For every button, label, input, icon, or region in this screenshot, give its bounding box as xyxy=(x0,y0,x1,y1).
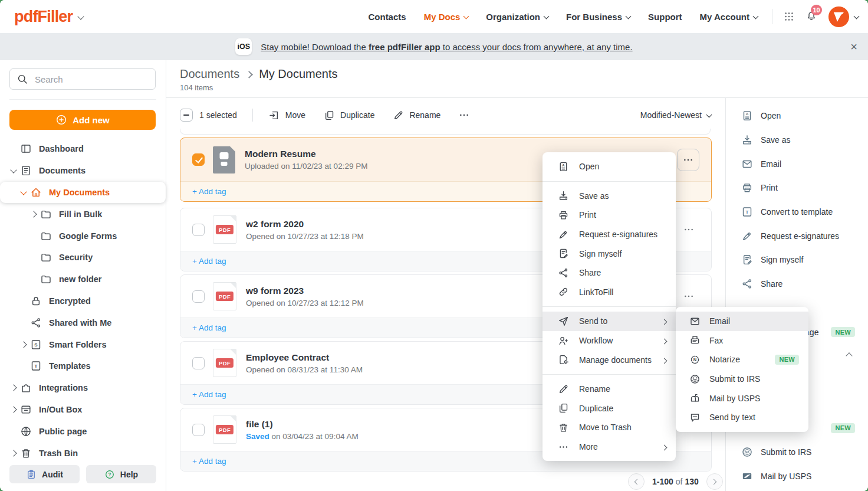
apps-grid-icon[interactable] xyxy=(783,11,795,22)
context-menu-item[interactable]: Manage documents xyxy=(542,350,676,369)
row-more-actions-button[interactable] xyxy=(677,149,699,171)
context-menu-item[interactable]: Share xyxy=(542,263,676,283)
search-input[interactable] xyxy=(34,74,155,85)
toolbar-more-icon[interactable] xyxy=(458,109,470,121)
submenu-item[interactable]: N Notarize NEW xyxy=(676,350,808,369)
context-menu-item[interactable]: Request e-signatures xyxy=(542,225,676,244)
prev-page-button[interactable] xyxy=(628,473,645,490)
nav-item[interactable]: Organization xyxy=(486,12,548,22)
sidebar-item[interactable]: S Smart Folders xyxy=(0,333,166,355)
chevron-icon[interactable] xyxy=(10,166,17,173)
chevron-icon[interactable] xyxy=(30,211,37,217)
context-menu-item[interactable] xyxy=(542,181,676,182)
add-new-button[interactable]: Add new xyxy=(9,110,156,130)
submenu-item-icon xyxy=(689,411,701,423)
context-menu-item[interactable]: Move to Trash xyxy=(542,418,676,437)
submenu-item[interactable]: Email xyxy=(676,312,808,331)
sidebar-item-label: My Documents xyxy=(49,188,110,197)
nav-item[interactable]: My Docs xyxy=(424,12,469,22)
right-panel-item[interactable]: Mail by USPS xyxy=(725,464,868,488)
toolbar-action-button[interactable]: Rename xyxy=(392,109,440,121)
nav-item[interactable]: For Business xyxy=(566,12,630,22)
top-navbar: pdfFiller Contacts My Docs Organization … xyxy=(0,0,868,33)
sidebar-item[interactable]: Security xyxy=(0,247,166,269)
sidebar-item[interactable]: Integrations xyxy=(0,377,166,399)
context-menu-item[interactable]: Save as xyxy=(542,186,676,206)
document-checkbox[interactable] xyxy=(192,424,205,436)
right-panel-item[interactable]: Submit to IRS xyxy=(725,440,868,464)
toolbar-action-button[interactable]: Move xyxy=(268,109,305,121)
right-panel-item[interactable]: Request e-signatures xyxy=(725,224,868,248)
chevron-icon[interactable] xyxy=(10,450,17,456)
submenu-item[interactable]: Send by text xyxy=(676,408,808,427)
account-menu[interactable] xyxy=(828,6,859,28)
chevron-icon[interactable] xyxy=(10,406,17,413)
submenu-item[interactable]: Mail by USPS xyxy=(676,388,808,408)
chevron-icon[interactable] xyxy=(20,188,27,195)
sidebar-item[interactable]: Documents xyxy=(0,160,166,182)
context-menu-item[interactable]: More xyxy=(542,437,676,457)
document-checkbox[interactable] xyxy=(192,357,205,369)
nav-item[interactable]: Support xyxy=(648,12,682,22)
sidebar-item-icon xyxy=(30,186,42,198)
context-menu-item[interactable]: Print xyxy=(542,205,676,225)
toolbar-action-button[interactable]: Duplicate xyxy=(323,109,374,121)
context-menu-item[interactable]: Sign myself xyxy=(542,244,676,263)
chevron-icon[interactable] xyxy=(20,341,27,348)
menu-item-label: Manage documents xyxy=(579,355,652,365)
right-panel-item[interactable]: Share xyxy=(725,272,868,296)
right-panel-item[interactable]: A Open xyxy=(725,104,868,128)
nav-item[interactable]: Contacts xyxy=(368,12,406,22)
next-page-button[interactable] xyxy=(706,473,723,490)
sidebar-item[interactable]: Public page xyxy=(0,420,166,442)
right-panel-item[interactable]: T Convert to template xyxy=(725,200,868,224)
context-menu-item[interactable]: Workflow xyxy=(542,331,676,351)
sidebar-item-icon xyxy=(40,251,52,263)
context-menu-item[interactable]: Send to xyxy=(542,312,676,331)
sidebar-item[interactable]: My Documents xyxy=(0,182,166,204)
document-checkbox[interactable] xyxy=(192,290,205,303)
context-menu-item[interactable] xyxy=(542,374,676,375)
collapse-chevron-up-icon[interactable] xyxy=(846,353,852,359)
right-panel-label: Email xyxy=(761,159,781,169)
select-all-checkbox[interactable] xyxy=(180,109,193,122)
document-checkbox[interactable] xyxy=(192,153,205,166)
context-menu-item[interactable]: LinkToFill xyxy=(542,283,676,302)
svg-text:S: S xyxy=(34,342,37,348)
sidebar-item[interactable]: Google Forms xyxy=(0,225,166,247)
context-menu-item[interactable] xyxy=(542,306,676,307)
logo[interactable]: pdfFiller xyxy=(14,8,83,26)
sort-dropdown[interactable]: Modified-Newest xyxy=(640,110,711,120)
sidebar-item[interactable]: T Templates xyxy=(0,355,166,377)
right-panel-item[interactable]: Save as xyxy=(725,128,868,152)
menu-item-label: Request e-signatures xyxy=(579,230,657,239)
context-menu-item[interactable]: Duplicate xyxy=(542,399,676,418)
sidebar-item[interactable]: new folder xyxy=(0,269,166,290)
right-panel-item[interactable]: Email xyxy=(725,152,868,176)
sidebar-item[interactable]: In/Out Box xyxy=(0,399,166,421)
right-panel-icon xyxy=(741,158,753,170)
context-menu-item[interactable]: A Open xyxy=(542,157,676,176)
row-more-actions-button[interactable] xyxy=(678,286,699,307)
notifications-bell[interactable]: 10 xyxy=(805,9,817,24)
sidebar-item[interactable]: Fill in Bulk xyxy=(0,203,166,225)
sidebar-item[interactable]: Dashboard xyxy=(0,138,166,160)
help-button[interactable]: ? Help xyxy=(86,465,156,483)
banner-link[interactable]: Stay mobile! Download the free pdfFiller… xyxy=(261,42,632,52)
sidebar-item[interactable]: Encrypted xyxy=(0,290,166,312)
chevron-icon[interactable] xyxy=(10,385,17,391)
row-more-actions-button[interactable] xyxy=(678,219,699,240)
sidebar-item[interactable]: Trash Bin xyxy=(0,442,166,464)
document-checkbox[interactable] xyxy=(192,224,205,236)
sidebar-item[interactable]: Shared with Me xyxy=(0,312,166,333)
right-panel-item[interactable]: Print xyxy=(725,176,868,200)
banner-close-icon[interactable]: × xyxy=(850,39,857,54)
nav-item[interactable]: My Account xyxy=(700,12,758,22)
logo-chevron-down-icon[interactable] xyxy=(78,13,84,19)
context-menu-item[interactable]: Rename xyxy=(542,379,676,399)
breadcrumb-documents[interactable]: Documents xyxy=(180,67,239,81)
submenu-item[interactable]: Fax xyxy=(676,331,808,351)
right-panel-item[interactable]: Sign myself xyxy=(725,248,868,272)
submenu-item[interactable]: Submit to IRS xyxy=(676,369,808,389)
audit-button[interactable]: Audit xyxy=(9,465,80,483)
